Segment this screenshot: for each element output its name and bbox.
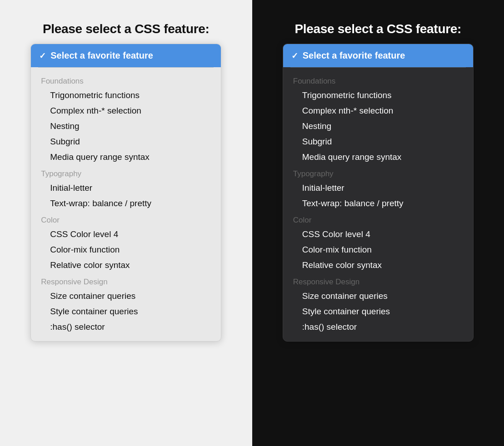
dark-group-foundations: Foundations: [283, 72, 473, 88]
dark-select-box: ✓ Select a favorite feature Foundations …: [283, 44, 474, 342]
light-panel-title: Please select a CSS feature:: [43, 22, 210, 36]
light-group-foundations: Foundations: [31, 72, 221, 88]
list-item[interactable]: Size container queries: [31, 288, 221, 304]
light-group-responsive: Responsive Design: [31, 273, 221, 288]
list-item[interactable]: Relative color syntax: [283, 258, 473, 273]
list-item[interactable]: Subgrid: [283, 134, 473, 149]
list-item[interactable]: Nesting: [283, 119, 473, 134]
list-item[interactable]: Nesting: [31, 119, 221, 134]
dark-selected-label: Select a favorite feature: [303, 50, 405, 61]
dark-checkmark-icon: ✓: [291, 51, 298, 61]
list-item[interactable]: Color-mix function: [31, 242, 221, 258]
dark-panel: Please select a CSS feature: ✓ Select a …: [252, 0, 504, 446]
light-selected-option[interactable]: ✓ Select a favorite feature: [31, 44, 221, 67]
list-item[interactable]: Style container queries: [31, 304, 221, 319]
dark-options-list: Foundations Trigonometric functions Comp…: [283, 68, 473, 341]
light-panel: Please select a CSS feature: ✓ Select a …: [0, 0, 252, 446]
list-item[interactable]: :has() selector: [283, 319, 473, 335]
dark-panel-title: Please select a CSS feature:: [294, 22, 461, 36]
light-checkmark-icon: ✓: [39, 51, 46, 61]
light-options-list: Foundations Trigonometric functions Comp…: [31, 68, 221, 341]
list-item[interactable]: Trigonometric functions: [31, 88, 221, 103]
list-item[interactable]: :has() selector: [31, 319, 221, 335]
list-item[interactable]: Initial-letter: [283, 180, 473, 196]
light-group-color: Color: [31, 211, 221, 227]
list-item[interactable]: Trigonometric functions: [283, 88, 473, 103]
list-item[interactable]: Color-mix function: [283, 242, 473, 258]
list-item[interactable]: Text-wrap: balance / pretty: [283, 196, 473, 211]
list-item[interactable]: Size container queries: [283, 288, 473, 304]
list-item[interactable]: Complex nth-* selection: [283, 103, 473, 119]
list-item[interactable]: Style container queries: [283, 304, 473, 319]
dark-group-typography: Typography: [283, 165, 473, 180]
light-group-typography: Typography: [31, 165, 221, 180]
list-item[interactable]: Text-wrap: balance / pretty: [31, 196, 221, 211]
list-item[interactable]: CSS Color level 4: [283, 227, 473, 242]
list-item[interactable]: Complex nth-* selection: [31, 103, 221, 119]
dark-group-color: Color: [283, 211, 473, 227]
list-item[interactable]: Initial-letter: [31, 180, 221, 196]
list-item[interactable]: CSS Color level 4: [31, 227, 221, 242]
dark-selected-option[interactable]: ✓ Select a favorite feature: [283, 44, 473, 67]
light-selected-label: Select a favorite feature: [50, 50, 153, 61]
light-select-box: ✓ Select a favorite feature Foundations …: [30, 44, 221, 342]
list-item[interactable]: Media query range syntax: [31, 149, 221, 165]
list-item[interactable]: Relative color syntax: [31, 258, 221, 273]
list-item[interactable]: Subgrid: [31, 134, 221, 149]
list-item[interactable]: Media query range syntax: [283, 149, 473, 165]
dark-group-responsive: Responsive Design: [283, 273, 473, 288]
